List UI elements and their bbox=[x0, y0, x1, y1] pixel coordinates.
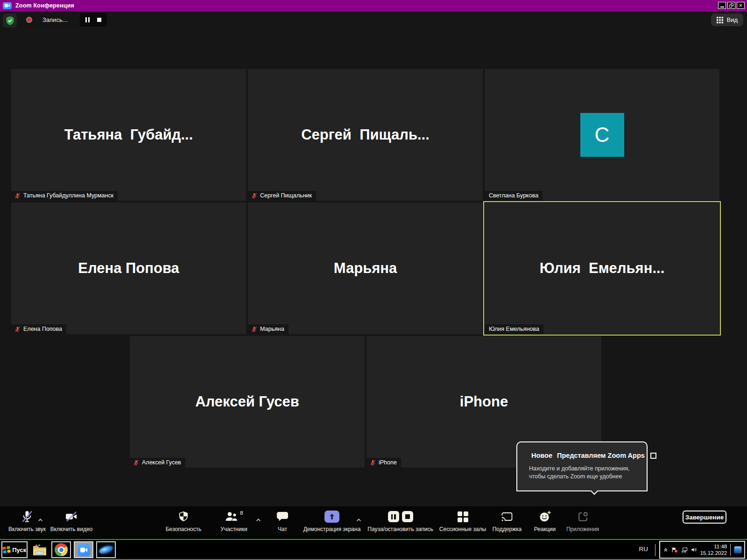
participant-label: Сергей Пищальник bbox=[260, 192, 312, 199]
popup-body-line2: чтобы сделать Zoom еще удобнее bbox=[529, 473, 640, 481]
zoom-apps-icon bbox=[577, 511, 589, 523]
chat-button[interactable]: Чат bbox=[268, 509, 296, 532]
title-bar: Zoom Конференция ✕ bbox=[0, 0, 747, 11]
participant-name: Татьяна Губайд... bbox=[11, 126, 246, 143]
participant-tag: Елена Попова bbox=[11, 324, 66, 334]
show-hidden-icons-chevrons[interactable] bbox=[663, 546, 668, 553]
folder-icon bbox=[32, 544, 47, 557]
tray-separator bbox=[730, 544, 731, 556]
participant-name: Юлия Емельян... bbox=[485, 260, 719, 277]
recording-label: Запись... bbox=[42, 16, 68, 23]
mic-muted-icon bbox=[251, 326, 257, 332]
audio-options-caret-icon[interactable] bbox=[38, 515, 43, 524]
pause-stop-recording-button[interactable]: Пауза/остановить запись bbox=[369, 509, 432, 532]
minimize-icon bbox=[720, 7, 724, 7]
system-tray: 11:48 15.12.2022 bbox=[659, 541, 745, 559]
zoom-apps-popup: Новое Представляем Zoom Apps Находите и … bbox=[516, 441, 648, 491]
start-button[interactable]: Пуск bbox=[1, 541, 28, 558]
support-button[interactable]: Поддержка bbox=[490, 509, 524, 532]
meeting-toolbar: Включить звук Включить видео Безопасност… bbox=[0, 506, 747, 539]
reactions-label: Реакции bbox=[534, 526, 556, 532]
end-meeting-label: Завершение bbox=[685, 514, 724, 521]
mic-muted-icon bbox=[21, 510, 33, 523]
volume-icon[interactable] bbox=[691, 546, 697, 553]
zoom-app-button-active[interactable] bbox=[74, 541, 93, 558]
recording-indicator: Запись... bbox=[20, 13, 110, 27]
support-label: Поддержка bbox=[493, 526, 522, 532]
chrome-icon bbox=[55, 543, 68, 556]
participants-label: Участники bbox=[220, 526, 247, 532]
participant-name: iPhone bbox=[366, 393, 601, 410]
apps-button[interactable]: Приложения bbox=[563, 509, 603, 532]
video-tile[interactable]: С Светлана Буркова bbox=[485, 69, 719, 201]
stop-recording-icon[interactable] bbox=[402, 511, 413, 522]
zoom-logo-icon bbox=[3, 2, 12, 9]
clock-time: 11:48 bbox=[700, 543, 727, 550]
popup-body-line1: Находите и добавляйте приложения, bbox=[529, 465, 640, 473]
participants-button[interactable]: 8 Участники bbox=[212, 509, 255, 532]
participant-label: Алексей Гусев bbox=[142, 459, 181, 466]
security-shield-icon bbox=[178, 511, 189, 523]
participant-tag: Алексей Гусев bbox=[130, 458, 185, 468]
popup-close-box-icon[interactable] bbox=[650, 453, 656, 459]
video-tile[interactable]: Елена Попова Елена Попова bbox=[11, 203, 246, 334]
mic-muted-icon bbox=[251, 193, 257, 199]
language-indicator[interactable]: RU bbox=[639, 546, 648, 553]
reactions-smiley-icon bbox=[539, 511, 551, 523]
video-tile[interactable]: Татьяна Губайд... Татьяна Губайдуллина М… bbox=[11, 69, 246, 201]
breakout-rooms-button[interactable]: Сессионные залы bbox=[437, 509, 489, 532]
pause-recording-icon[interactable] bbox=[85, 17, 90, 22]
participants-options-caret-icon[interactable] bbox=[256, 515, 261, 524]
minimize-button[interactable] bbox=[718, 2, 726, 9]
apps-label: Приложения bbox=[566, 526, 599, 532]
participant-name: Елена Попова bbox=[11, 260, 246, 277]
close-button[interactable]: ✕ bbox=[737, 2, 745, 9]
participants-count: 8 bbox=[240, 510, 243, 516]
unmute-label: Включить звук bbox=[8, 526, 46, 532]
breakout-rooms-label: Сессионные залы bbox=[439, 526, 486, 532]
participant-tag: Светлана Буркова bbox=[485, 191, 543, 201]
participant-tag: Сергей Пищальник bbox=[248, 191, 316, 201]
security-button[interactable]: Безопасность bbox=[161, 509, 206, 532]
mic-muted-icon bbox=[133, 460, 139, 466]
record-dot-icon bbox=[26, 17, 32, 23]
security-shield-badge[interactable] bbox=[3, 14, 17, 28]
windows-taskbar: Пуск RU 11:48 15.12.2022 bbox=[0, 539, 747, 560]
popup-new-badge: Новое bbox=[531, 452, 552, 459]
participant-label: Елена Попова bbox=[23, 326, 62, 332]
share-screen-icon bbox=[324, 511, 339, 523]
video-tile[interactable]: Марьяна Марьяна bbox=[248, 203, 483, 334]
meeting-stage: Запись... Вид Татьяна Губайд... Татьяна … bbox=[0, 11, 747, 506]
action-center-flag-alert-icon[interactable] bbox=[671, 546, 678, 554]
messenger-app-button[interactable] bbox=[96, 541, 116, 558]
taskbar-clock[interactable]: 11:48 15.12.2022 bbox=[700, 543, 727, 556]
share-options-caret-icon[interactable] bbox=[356, 515, 361, 524]
participant-tag: Марьяна bbox=[248, 324, 289, 334]
stop-recording-icon[interactable] bbox=[97, 18, 101, 22]
share-screen-button[interactable]: Демонстрация экрана bbox=[301, 509, 363, 532]
file-explorer-button[interactable] bbox=[31, 542, 49, 558]
participant-label: Татьяна Губайдуллина Мурманск bbox=[23, 192, 113, 199]
network-status-icon[interactable] bbox=[681, 546, 688, 554]
reactions-button[interactable]: Реакции bbox=[530, 509, 560, 532]
view-button[interactable]: Вид bbox=[711, 14, 743, 26]
grid-view-icon bbox=[717, 17, 723, 23]
clock-date: 15.12.2022 bbox=[700, 550, 727, 556]
taskbar-separator bbox=[655, 544, 656, 556]
start-video-button[interactable]: Включить видео bbox=[49, 509, 94, 532]
show-desktop-button[interactable] bbox=[734, 546, 742, 553]
chrome-button[interactable] bbox=[51, 541, 71, 558]
mic-muted-icon bbox=[14, 193, 21, 199]
share-screen-label: Демонстрация экрана bbox=[303, 526, 361, 532]
video-tile[interactable]: Сергей Пищаль... Сергей Пищальник bbox=[248, 69, 483, 201]
pause-recording-icon[interactable] bbox=[388, 511, 399, 522]
mic-muted-icon bbox=[14, 326, 21, 332]
video-tile-active-speaker[interactable]: Юлия Емельян... Юлия Емельянова bbox=[485, 203, 719, 334]
restore-button[interactable] bbox=[727, 2, 735, 9]
zoom-camera-icon bbox=[78, 544, 90, 556]
breakout-rooms-icon bbox=[458, 511, 468, 522]
camera-muted-icon bbox=[65, 511, 78, 523]
windows-logo-icon bbox=[2, 546, 10, 553]
end-meeting-button[interactable]: Завершение bbox=[683, 511, 726, 524]
video-tile[interactable]: Алексей Гусев Алексей Гусев bbox=[130, 336, 365, 468]
